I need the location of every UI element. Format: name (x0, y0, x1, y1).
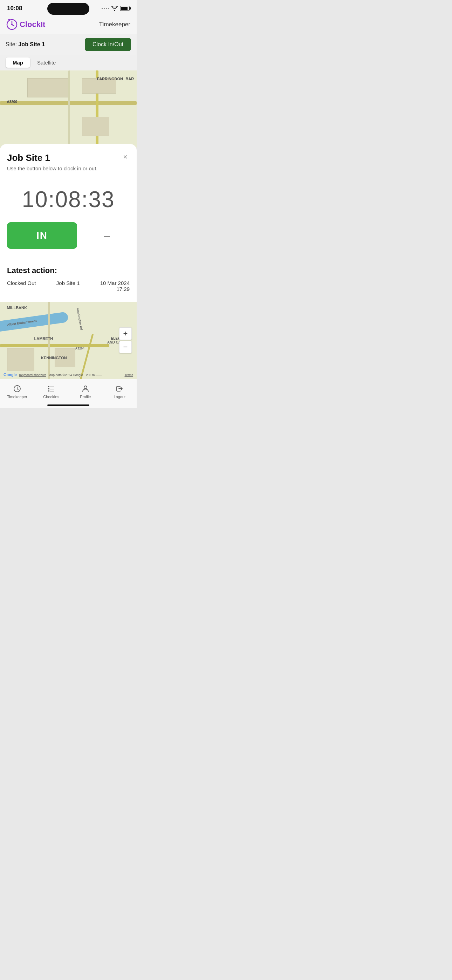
map-label-millbank: MILLBANK (7, 305, 27, 310)
map-terms[interactable]: Terms (125, 373, 134, 377)
nav-item-logout[interactable]: Logout (103, 382, 137, 401)
status-icons (102, 6, 130, 11)
map-attribution: Google Keyboard shortcuts Map data ©2024… (3, 372, 102, 377)
logo: ClockIt (6, 19, 45, 30)
clock-inout-button[interactable]: Clock In/Out (85, 38, 131, 51)
person-icon (81, 384, 90, 393)
site-name: Job Site 1 (18, 41, 45, 47)
nav-label-profile: Profile (80, 395, 91, 399)
app-header: ClockIt Timekeeper (0, 15, 137, 34)
logout-icon (115, 384, 124, 393)
nav-item-checkins[interactable]: CheckIns (34, 382, 69, 401)
map-label-farringdon: FARRINGDON (97, 77, 123, 81)
modal-title: Job Site 1 (7, 153, 50, 163)
site-bar: Site: Job Site 1 Clock In/Out (0, 34, 137, 55)
dynamic-island (47, 3, 89, 15)
map-lower: MILLBANK LAMBETH KENNINGTON ELEPHANTAND … (0, 302, 137, 379)
list-icon (46, 384, 56, 393)
svg-rect-6 (48, 390, 49, 391)
svg-rect-2 (48, 386, 49, 387)
zoom-out-button[interactable]: − (119, 341, 132, 353)
svg-rect-4 (48, 388, 49, 390)
google-logo: Google (3, 372, 17, 377)
map-toggle: Map Satellite (0, 55, 137, 70)
logo-text: ClockIt (20, 20, 45, 29)
status-time: 10:08 (7, 5, 22, 12)
svg-rect-5 (50, 389, 54, 390)
modal-subtitle: Use the button below to clock in or out. (7, 165, 130, 172)
header-role: Timekeeper (99, 21, 131, 28)
nav-label-checkins: CheckIns (43, 395, 59, 399)
zoom-in-button[interactable]: + (119, 328, 132, 340)
modal-close-button[interactable]: × (121, 153, 130, 162)
svg-point-0 (11, 24, 13, 25)
map-label-kennington: KENNINGTON (41, 356, 67, 360)
bottom-nav: Timekeeper CheckIns Profile (0, 379, 137, 408)
clock-actions: IN – (7, 222, 130, 249)
map-label-a3204: A3204 (75, 347, 85, 350)
modal-divider-top (0, 178, 137, 178)
map-upper: FARRINGDON BAR A3200 (0, 70, 137, 148)
map-label-bar: BAR (126, 77, 134, 81)
latest-action-row: Clocked Out Job Site 1 10 Mar 202417:29 (7, 280, 130, 292)
home-indicator (47, 404, 89, 406)
latest-action-title: Latest action: (7, 266, 130, 275)
clock-icon (13, 384, 22, 393)
svg-rect-3 (50, 387, 54, 387)
status-bar: 10:08 (0, 0, 137, 15)
map-scale: 200 m —— (86, 373, 102, 377)
svg-point-8 (84, 386, 87, 389)
battery-icon (120, 6, 130, 11)
keyboard-shortcuts[interactable]: Keyboard shortcuts (19, 373, 46, 377)
site-label: Site: Job Site 1 (6, 41, 45, 48)
map-data-label: Map data ©2024 Google (48, 373, 83, 377)
modal-header: Job Site 1 × (7, 153, 130, 163)
signal-icon (102, 8, 109, 9)
clock-in-button[interactable]: IN (7, 222, 77, 249)
nav-label-timekeeper: Timekeeper (7, 395, 27, 399)
map-toggle-satellite[interactable]: Satellite (30, 57, 63, 68)
map-label-kennington-rd: Kennington Rd (76, 307, 83, 330)
nav-item-timekeeper[interactable]: Timekeeper (0, 382, 34, 401)
latest-action-datetime: 10 Mar 202417:29 (100, 280, 130, 292)
map-label-a3200: A3200 (7, 100, 17, 104)
modal-divider-bottom (0, 259, 137, 259)
clock-out-dash: – (84, 229, 130, 242)
svg-rect-7 (50, 391, 54, 391)
wifi-icon (111, 6, 118, 11)
map-toggle-map[interactable]: Map (6, 57, 30, 68)
nav-item-profile[interactable]: Profile (68, 382, 103, 401)
nav-label-logout: Logout (113, 395, 126, 399)
clock-modal: Job Site 1 × Use the button below to clo… (0, 144, 137, 302)
map-zoom-controls: + − (119, 328, 132, 353)
latest-action-site: Job Site 1 (56, 280, 80, 286)
clock-display: 10:08:33 (7, 186, 130, 212)
latest-action-status: Clocked Out (7, 280, 36, 286)
clockit-logo-icon (6, 19, 18, 30)
map-label-lambeth: LAMBETH (34, 336, 53, 341)
